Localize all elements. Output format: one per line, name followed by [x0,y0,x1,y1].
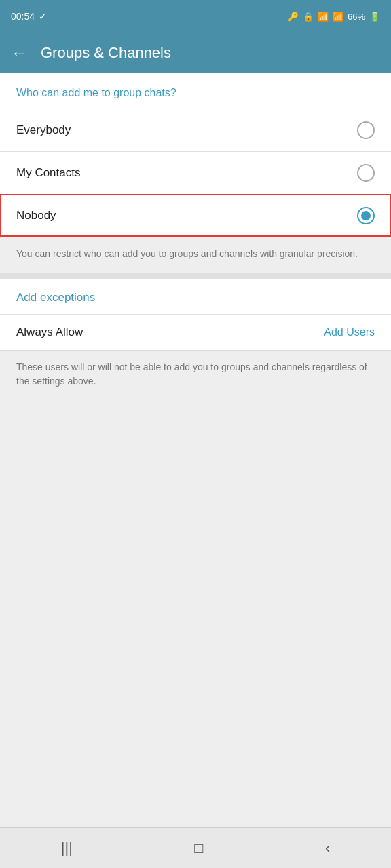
everybody-radio[interactable] [357,121,375,139]
footer-description: These users will or will not be able to … [0,350,391,827]
everybody-label: Everybody [16,123,71,137]
add-users-button[interactable]: Add Users [324,326,375,338]
lock-icon: 🔒 [303,12,314,22]
option-everybody[interactable]: Everybody [0,108,391,151]
section-divider [0,273,391,279]
home-icon[interactable]: □ [194,840,203,857]
app-bar: ← Groups & Channels [0,33,391,73]
option-nobody[interactable]: Nobody [0,194,391,237]
option-my-contacts[interactable]: My Contacts [0,151,391,194]
status-right: 🔑 🔒 📶 📶 66% 🔋 [288,12,380,22]
wifi-icon: 📶 [318,12,329,22]
bottom-nav: ||| □ ‹ [0,827,391,868]
page-title: Groups & Channels [41,44,171,62]
who-can-add-description: You can restrict who can add you to grou… [0,237,391,273]
time-label: 00:54 [11,11,35,22]
back-button[interactable]: ← [11,43,27,62]
always-allow-label: Always Allow [16,326,83,339]
signal-icon: ✓ [39,11,47,22]
always-allow-row: Always Allow Add Users [0,314,391,350]
my-contacts-label: My Contacts [16,166,80,180]
main-content: Who can add me to group chats? Everybody… [0,73,391,827]
status-bar: 00:54 ✓ 🔑 🔒 📶 📶 66% 🔋 [0,0,391,33]
key-icon: 🔑 [288,12,299,22]
nobody-label: Nobody [16,209,56,222]
who-can-add-label: Who can add me to group chats? [0,73,391,108]
battery-label: 66% [348,12,365,22]
status-left: 00:54 ✓ [11,11,47,22]
who-can-add-section: Who can add me to group chats? Everybody… [0,73,391,237]
my-contacts-radio[interactable] [357,164,375,182]
back-nav-icon[interactable]: ‹ [325,840,330,857]
nobody-radio[interactable] [357,207,375,224]
exceptions-section: Add exceptions Always Allow Add Users [0,279,391,350]
battery-icon: 🔋 [369,12,380,22]
signal-bars-icon: 📶 [333,12,343,22]
menu-icon[interactable]: ||| [61,840,73,857]
exceptions-header[interactable]: Add exceptions [0,279,391,314]
